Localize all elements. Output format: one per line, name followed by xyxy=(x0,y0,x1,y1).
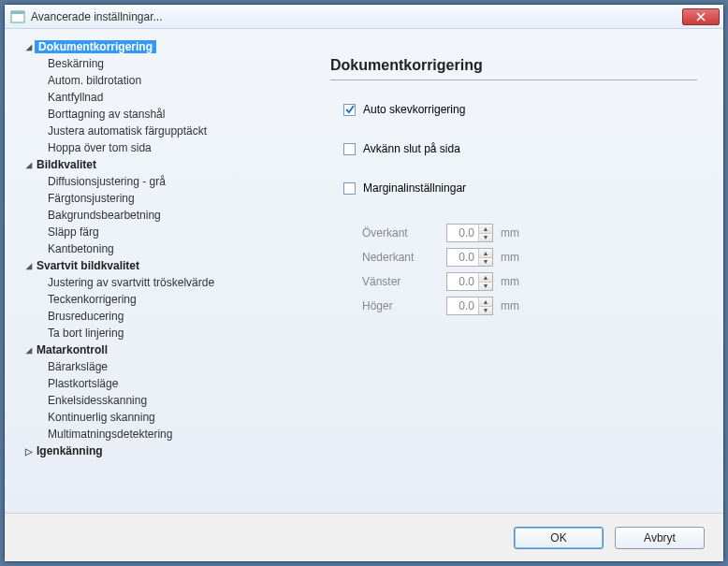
tree-item[interactable]: Kantfyllnad xyxy=(16,89,285,106)
margin-unit: mm xyxy=(501,251,519,264)
tree-item[interactable]: Teckenkorrigering xyxy=(16,291,285,308)
margin-label: Höger xyxy=(362,299,446,312)
margin-value[interactable]: 0.0 xyxy=(447,225,478,241)
tree-section-label[interactable]: Matarkontroll xyxy=(35,343,109,356)
ok-button[interactable]: OK xyxy=(514,527,604,549)
tree-item-label[interactable]: Multimatningsdetektering xyxy=(46,428,174,441)
content-area: ◢DokumentkorrigeringBeskärningAutom. bil… xyxy=(5,29,723,513)
detect-end-checkbox[interactable] xyxy=(343,143,356,155)
tree-item[interactable]: Justering av svartvitt tröskelvärde xyxy=(16,274,285,291)
tree-item[interactable]: Beskärning xyxy=(16,55,285,72)
chevron-down-icon[interactable]: ◢ xyxy=(23,161,35,169)
auto-deskew-label: Auto skevkorrigering xyxy=(363,103,465,116)
auto-deskew-row: Auto skevkorrigering xyxy=(330,103,697,116)
tree-item-label[interactable]: Plastkortsläge xyxy=(46,377,120,390)
sidebar-tree: ◢DokumentkorrigeringBeskärningAutom. bil… xyxy=(12,38,293,505)
tree-item-label[interactable]: Autom. bildrotation xyxy=(46,74,143,87)
tree-section-label[interactable]: Bildkvalitet xyxy=(35,158,98,171)
margin-spinner[interactable]: 0.0▲▼ xyxy=(446,248,493,267)
tree-section[interactable]: ▷Igenkänning xyxy=(16,443,285,459)
tree-item-label[interactable]: Släpp färg xyxy=(46,225,101,239)
tree-section[interactable]: ◢Dokumentkorrigering xyxy=(16,38,285,55)
tree-item-label[interactable]: Kontinuerlig skanning xyxy=(46,411,157,424)
auto-deskew-checkbox[interactable] xyxy=(343,104,356,116)
tree-item[interactable]: Släpp färg xyxy=(16,224,285,240)
tree-item[interactable]: Bakgrundsbearbetning xyxy=(16,207,285,224)
margin-spinner[interactable]: 0.0▲▼ xyxy=(446,224,493,242)
chevron-right-icon[interactable]: ▷ xyxy=(23,446,35,457)
chevron-down-icon[interactable]: ◢ xyxy=(23,346,35,355)
tree-item-label[interactable]: Diffusionsjustering - grå xyxy=(46,175,167,188)
tree-item-label[interactable]: Brusreducering xyxy=(46,310,125,323)
tree-item[interactable]: Enkelsidesskanning xyxy=(16,392,285,409)
tree-item-label[interactable]: Ta bort linjering xyxy=(46,327,125,340)
detect-end-label: Avkänn slut på sida xyxy=(363,142,460,155)
tree-item-label[interactable]: Färgtonsjustering xyxy=(46,192,137,205)
tree-item[interactable]: Borttagning av stanshål xyxy=(16,106,285,123)
tree-item[interactable]: Autom. bildrotation xyxy=(16,72,285,89)
margin-row: Höger0.0▲▼mm xyxy=(362,294,697,318)
spinner-buttons: ▲▼ xyxy=(478,225,492,241)
tree-item[interactable]: Diffusionsjustering - grå xyxy=(16,173,285,190)
spin-down-icon[interactable]: ▼ xyxy=(479,234,492,242)
chevron-down-icon[interactable]: ◢ xyxy=(23,262,35,270)
margin-label: Nederkant xyxy=(362,251,446,264)
margin-value[interactable]: 0.0 xyxy=(447,249,478,266)
chevron-down-icon[interactable]: ◢ xyxy=(23,43,35,51)
tree-item[interactable]: Bärarksläge xyxy=(16,358,285,375)
spin-down-icon[interactable]: ▼ xyxy=(479,283,492,291)
tree-item-label[interactable]: Teckenkorrigering xyxy=(46,293,138,306)
tree-item-label[interactable]: Kantbetoning xyxy=(46,242,116,255)
tree-item-label[interactable]: Justering av svartvitt tröskelvärde xyxy=(46,276,216,289)
app-icon xyxy=(10,9,25,24)
margin-value[interactable]: 0.0 xyxy=(447,298,478,314)
tree-item-label[interactable]: Bakgrundsbearbetning xyxy=(46,209,163,222)
tree-item[interactable]: Ta bort linjering xyxy=(16,325,285,341)
tree-section-label[interactable]: Svartvit bildkvalitet xyxy=(35,259,141,272)
margin-row: Nederkant0.0▲▼mm xyxy=(362,245,697,269)
spin-up-icon[interactable]: ▲ xyxy=(479,249,492,258)
tree-item-label[interactable]: Borttagning av stanshål xyxy=(46,108,167,121)
spin-down-icon[interactable]: ▼ xyxy=(479,307,492,315)
window-title: Avancerade inställningar... xyxy=(31,10,682,23)
close-button[interactable] xyxy=(682,8,720,25)
margin-value[interactable]: 0.0 xyxy=(447,273,478,290)
titlebar: Avancerade inställningar... xyxy=(5,5,723,29)
margin-unit: mm xyxy=(501,226,519,239)
margin-settings-label: Marginalinställningar xyxy=(363,181,466,195)
tree-item-label[interactable]: Beskärning xyxy=(46,57,106,70)
tree-section-label[interactable]: Dokumentkorrigering xyxy=(35,40,156,53)
spin-down-icon[interactable]: ▼ xyxy=(479,258,492,267)
button-bar: OK Avbryt xyxy=(5,513,723,561)
spin-up-icon[interactable]: ▲ xyxy=(479,298,492,307)
spin-up-icon[interactable]: ▲ xyxy=(479,273,492,283)
tree-item[interactable]: Brusreducering xyxy=(16,308,285,325)
tree-item-label[interactable]: Enkelsidesskanning xyxy=(46,394,149,407)
tree-item[interactable]: Multimatningsdetektering xyxy=(16,426,285,443)
tree-item-label[interactable]: Justera automatisk färgupptäckt xyxy=(46,124,209,138)
tree-item[interactable]: Hoppa över tom sida xyxy=(16,139,285,156)
tree-item-label[interactable]: Hoppa över tom sida xyxy=(46,141,153,154)
margin-row: Vänster0.0▲▼mm xyxy=(362,269,697,294)
margin-settings-checkbox[interactable] xyxy=(343,182,356,195)
margin-spinner[interactable]: 0.0▲▼ xyxy=(446,297,493,315)
spin-up-icon[interactable]: ▲ xyxy=(479,225,492,234)
tree-item[interactable]: Plastkortsläge xyxy=(16,375,285,392)
tree-item-label[interactable]: Kantfyllnad xyxy=(46,91,105,104)
tree-item[interactable]: Justera automatisk färgupptäckt xyxy=(16,123,285,139)
cancel-button[interactable]: Avbryt xyxy=(615,527,705,549)
tree-item[interactable]: Färgtonsjustering xyxy=(16,190,285,207)
margin-row: Överkant0.0▲▼mm xyxy=(362,221,697,245)
tree-section[interactable]: ◢Svartvit bildkvalitet xyxy=(16,257,285,274)
tree-item[interactable]: Kontinuerlig skanning xyxy=(16,409,285,426)
tree-section-label[interactable]: Igenkänning xyxy=(35,444,105,457)
margin-label: Vänster xyxy=(362,275,446,288)
margin-group: Överkant0.0▲▼mmNederkant0.0▲▼mmVänster0.… xyxy=(330,221,697,318)
margin-label: Överkant xyxy=(362,226,446,239)
tree-item[interactable]: Kantbetoning xyxy=(16,240,285,257)
tree-section[interactable]: ◢Bildkvalitet xyxy=(16,156,285,173)
tree-section[interactable]: ◢Matarkontroll xyxy=(16,341,285,358)
tree-item-label[interactable]: Bärarksläge xyxy=(46,360,109,373)
margin-spinner[interactable]: 0.0▲▼ xyxy=(446,272,493,291)
dialog-window: Avancerade inställningar... ◢Dokumentkor… xyxy=(4,4,724,562)
